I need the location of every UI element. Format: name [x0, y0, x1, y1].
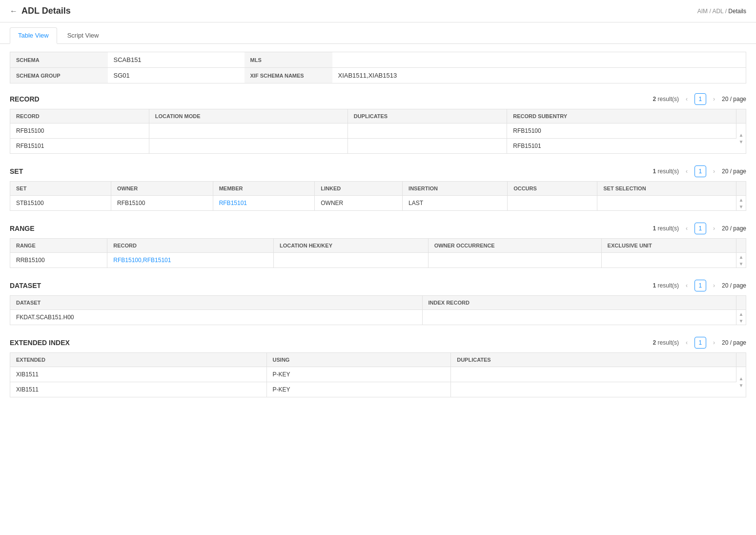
range-next-btn[interactable]: ›: [709, 224, 719, 233]
extended-index-page[interactable]: 1: [695, 337, 706, 349]
record-table: RECORD LOCATION MODE DUPLICATES RECORD S…: [10, 109, 746, 154]
extended-index-header-row: EXTENDED USING DUPLICATES: [10, 353, 746, 367]
dataset-scroll-up[interactable]: ▲: [737, 311, 745, 317]
extended-index-next-btn[interactable]: ›: [709, 338, 719, 348]
dataset-row1-col2: [422, 310, 736, 325]
extended-index-per-page[interactable]: 20 / page: [722, 339, 746, 346]
range-row1-col2[interactable]: RFB15100,RFB15101: [107, 253, 274, 268]
set-row1-col2: RFB15100: [111, 196, 213, 211]
range-results: 1 result(s): [653, 225, 679, 232]
dataset-col-dataset: DATASET: [10, 296, 423, 310]
record-col-record: RECORD: [10, 109, 149, 123]
range-col-exclusive: EXCLUSIVE UNIT: [601, 239, 736, 253]
record-col-subentry: RECORD SUBENTRY: [507, 109, 736, 123]
range-scroll-up[interactable]: ▲: [737, 254, 745, 260]
set-results: 1 result(s): [653, 168, 679, 175]
schema-group-value: SG01: [108, 68, 245, 83]
record-row2-col3: [347, 139, 507, 154]
breadcrumb-aim: AIM: [697, 8, 708, 15]
dataset-pagination: 1 result(s) ‹ 1 › 20 / page: [653, 280, 746, 291]
back-button[interactable]: ←: [10, 7, 18, 16]
record-row2-col2: [149, 139, 347, 154]
dataset-scroll-ctrl: ▲ ▼: [736, 310, 746, 325]
record-row1-col2: [149, 123, 347, 139]
set-col-insertion: INSERTION: [403, 182, 508, 196]
record-table-header-row: RECORD LOCATION MODE DUPLICATES RECORD S…: [10, 109, 746, 123]
table-row: XIB1511 P-KEY ▲ ▼: [10, 367, 746, 382]
dataset-section-title: DATASET: [10, 282, 41, 289]
range-scroll-down[interactable]: ▼: [737, 261, 745, 267]
record-next-btn[interactable]: ›: [709, 94, 719, 104]
record-row2-col4: RFB15101: [507, 139, 736, 154]
set-table: SET OWNER MEMBER LINKED INSERTION OCCURS…: [10, 181, 746, 211]
info-row-schema-group: SCHEMA GROUP SG01 XIF SCHEMA NAMES XIAB1…: [10, 68, 746, 83]
ext-scroll-ctrl: ▲ ▼: [736, 367, 746, 397]
record-col-location: LOCATION MODE: [149, 109, 347, 123]
set-page[interactable]: 1: [695, 165, 706, 177]
set-row1-col3[interactable]: RFB15101: [213, 196, 315, 211]
ext-row1-col2: P-KEY: [266, 367, 451, 382]
ext-row2-col3: [451, 382, 736, 397]
range-col-range: RANGE: [10, 239, 107, 253]
dataset-page[interactable]: 1: [695, 280, 706, 291]
range-row1-col3: [274, 253, 429, 268]
ext-col-duplicates: DUPLICATES: [451, 353, 736, 367]
xif-label: XIF SCHEMA NAMES: [245, 68, 332, 83]
set-col-set: SET: [10, 182, 111, 196]
record-row1-col1: RFB15100: [10, 123, 149, 139]
dataset-table-header-row: DATASET INDEX RECORD: [10, 296, 746, 310]
range-scroll-ctrl: ▲ ▼: [736, 253, 746, 268]
record-prev-btn[interactable]: ‹: [682, 94, 692, 104]
record-row1-col3: [347, 123, 507, 139]
table-row: RFB15100 RFB15100 ▲ ▼: [10, 123, 746, 139]
schema-value: SCAB151: [108, 52, 245, 68]
range-pagination: 1 result(s) ‹ 1 › 20 / page: [653, 223, 746, 234]
record-page[interactable]: 1: [695, 93, 706, 105]
set-scroll-up[interactable]: ▲: [737, 197, 745, 203]
ext-scroll-down[interactable]: ▼: [737, 383, 745, 389]
xif-value: XIAB1511,XIAB1513: [332, 68, 746, 83]
set-col-owner: OWNER: [111, 182, 213, 196]
tab-script-view[interactable]: Script View: [59, 27, 107, 43]
range-section: RANGE 1 result(s) ‹ 1 › 20 / page RANGE …: [10, 223, 746, 268]
set-row1-col1: STB15100: [10, 196, 111, 211]
table-row: RRB15100 RFB15100,RFB15101 ▲ ▼: [10, 253, 746, 268]
record-section: RECORD 2 result(s) ‹ 1 › 20 / page RECOR…: [10, 93, 746, 154]
record-scroll-up[interactable]: ▲: [737, 132, 745, 138]
range-per-page[interactable]: 20 / page: [722, 225, 746, 232]
dataset-col-index: INDEX RECORD: [422, 296, 736, 310]
extended-index-pagination: 2 result(s) ‹ 1 › 20 / page: [653, 337, 746, 349]
dataset-results: 1 result(s): [653, 282, 679, 289]
dataset-scroll-down[interactable]: ▼: [737, 318, 745, 324]
record-row2-col1: RFB15101: [10, 139, 149, 154]
range-section-title: RANGE: [10, 225, 35, 232]
dataset-next-btn[interactable]: ›: [709, 281, 719, 290]
extended-index-section-title: EXTENDED INDEX: [10, 339, 70, 347]
set-section-header: SET 1 result(s) ‹ 1 › 20 / page: [10, 165, 746, 177]
ext-scroll-up[interactable]: ▲: [737, 376, 745, 382]
dataset-prev-btn[interactable]: ‹: [682, 281, 692, 290]
record-per-page[interactable]: 20 / page: [722, 96, 746, 103]
set-scroll-down[interactable]: ▼: [737, 204, 745, 209]
range-table: RANGE RECORD LOCATION HEX/KEY OWNER OCCU…: [10, 238, 746, 268]
record-section-header: RECORD 2 result(s) ‹ 1 › 20 / page: [10, 93, 746, 105]
extended-index-prev-btn[interactable]: ‹: [682, 338, 692, 348]
set-prev-btn[interactable]: ‹: [682, 166, 692, 176]
tab-table-view[interactable]: Table View: [10, 27, 57, 44]
record-scroll-ctrl: ▲ ▼: [736, 123, 746, 154]
record-pagination: 2 result(s) ‹ 1 › 20 / page: [653, 93, 746, 105]
record-scroll-down[interactable]: ▼: [737, 139, 745, 145]
extended-index-results: 2 result(s): [653, 339, 679, 346]
breadcrumb-adl: ADL: [712, 8, 723, 15]
record-col-duplicates: DUPLICATES: [347, 109, 507, 123]
table-row: RFB15101 RFB15101: [10, 139, 746, 154]
range-prev-btn[interactable]: ‹: [682, 224, 692, 233]
range-page[interactable]: 1: [695, 223, 706, 234]
extended-index-table: EXTENDED USING DUPLICATES XIB1511 P-KEY …: [10, 352, 746, 397]
dataset-per-page[interactable]: 20 / page: [722, 282, 746, 289]
set-section: SET 1 result(s) ‹ 1 › 20 / page SET OWNE…: [10, 165, 746, 211]
range-col-owner: OWNER OCCURRENCE: [428, 239, 601, 253]
set-per-page[interactable]: 20 / page: [722, 168, 746, 175]
set-scroll-col: [736, 182, 746, 196]
set-next-btn[interactable]: ›: [709, 166, 719, 176]
